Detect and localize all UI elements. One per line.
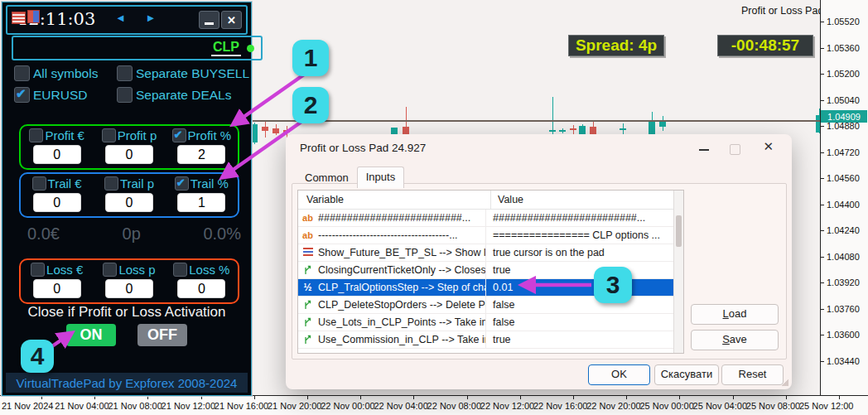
callout-3: 3 — [594, 267, 632, 303]
value-cell[interactable]: ================ CLP options ... — [486, 229, 683, 241]
loss-euro-input[interactable]: 0 — [33, 279, 81, 298]
price-tick: 1.04560 — [827, 173, 860, 183]
variable-cell: ½CLP_TralOptionsStep --> Step of chan... — [298, 279, 486, 296]
date-tick: 22 Nov 20:00 — [586, 401, 640, 411]
price-tick: 1.04240 — [827, 225, 860, 235]
callout-1: 1 — [292, 40, 329, 76]
virtualtradepad-panel: 12:11:03 ◄ ► ✕ CLP All symbols Separate … — [2, 2, 252, 396]
date-tick: 25 Nov 08:00 — [746, 401, 800, 411]
activation-label: Close if Profit or Loss Activation — [2, 304, 251, 321]
value-cell[interactable]: true cursor is on the pad — [486, 247, 683, 258]
all-symbols-checkbox[interactable] — [14, 65, 30, 81]
total-euro: 0.0€ — [27, 224, 60, 244]
separate-buysell-checkbox[interactable] — [117, 65, 133, 81]
date-tick: 22 Nov 04:00 — [374, 401, 427, 411]
reset-button[interactable]: Reset — [721, 364, 784, 385]
trail-euro-checkbox[interactable] — [32, 176, 46, 191]
input-row[interactable]: Use_Lots_in_CLP_Points --> Take into...f… — [298, 314, 683, 331]
date-tick: 21 Nov 2024 — [2, 401, 53, 411]
panel-footer: VirtualTradePad by Expforex 2008-2024 — [6, 373, 248, 393]
nav-arrows[interactable]: ◄ ► — [115, 12, 164, 24]
price-tick: 1.05360 — [827, 43, 860, 53]
trail-points-input[interactable]: 0 — [105, 193, 153, 212]
trail-percent-label: Trail % — [190, 176, 229, 191]
date-tick: 25 Nov 00:00 — [639, 401, 693, 411]
price-tick: 1.03440 — [827, 356, 860, 366]
value-cell[interactable]: false — [486, 316, 683, 328]
profit-points-label: Profit p — [118, 128, 157, 142]
value-cell[interactable]: true — [486, 334, 683, 345]
eurusd-label: EURUSD — [33, 88, 87, 103]
separate-deals-checkbox[interactable] — [117, 87, 133, 103]
trail-euro-label: Trail € — [48, 176, 82, 191]
loss-group: Loss €0 Loss p0 Loss %0 — [19, 258, 239, 304]
dialog-minimize-button[interactable] — [699, 149, 709, 151]
panel-minimize-button[interactable] — [199, 11, 219, 29]
panel-titlebar[interactable]: 12:11:03 ◄ ► ✕ — [6, 5, 248, 35]
candle-body — [659, 122, 666, 127]
profit-points-checkbox[interactable] — [102, 128, 116, 142]
loss-percent-checkbox[interactable] — [173, 263, 187, 277]
input-row[interactable]: Show_Future_BE_TP_SL --> Show line...tru… — [298, 244, 683, 262]
loss-euro-checkbox[interactable] — [31, 263, 45, 277]
save-button[interactable]: Save — [691, 330, 779, 350]
loss-points-label: Loss p — [118, 263, 155, 277]
profit-percent-checkbox[interactable] — [172, 128, 186, 142]
cancel-button[interactable]: Скасувати — [654, 364, 719, 385]
candle-body — [272, 128, 279, 133]
loss-points-checkbox[interactable] — [103, 263, 117, 277]
input-row[interactable]: Use_Commission_in_CLP --> Take into...tr… — [298, 331, 683, 349]
value-cell[interactable]: true — [486, 264, 683, 276]
profit-euro-checkbox[interactable] — [29, 128, 43, 142]
loss-points-input[interactable]: 0 — [105, 279, 153, 298]
double-type-icon: ½ — [301, 282, 314, 293]
clp-badge[interactable]: CLP — [211, 40, 241, 56]
trail-percent-checkbox[interactable] — [175, 176, 189, 191]
string-type-icon: ab — [301, 230, 314, 240]
activation-off-button[interactable]: OFF — [137, 324, 187, 346]
variable-column-header[interactable]: Variable — [298, 191, 491, 209]
variable-cell: ab--------------------------------------… — [298, 227, 486, 244]
trail-percent-input[interactable]: 1 — [177, 193, 225, 212]
loss-percent-input[interactable]: 0 — [177, 279, 225, 298]
candle-body — [251, 124, 258, 142]
dialog-close-button[interactable]: ✕ — [763, 139, 774, 154]
trail-euro-input[interactable]: 0 — [33, 193, 81, 212]
value-cell[interactable]: 0.01 — [486, 282, 683, 293]
profit-euro-input[interactable]: 0 — [33, 145, 81, 164]
scrollbar-thumb[interactable] — [676, 215, 682, 247]
symbol-field[interactable]: CLP — [12, 36, 263, 60]
load-button[interactable]: Load — [691, 304, 779, 325]
price-tick: 1.04720 — [827, 147, 860, 157]
dialog-maximize-button[interactable] — [730, 144, 740, 155]
tab-inputs[interactable]: Inputs — [357, 166, 404, 188]
variable-cell: ClosingCurrentTicketOnly --> Closes o... — [298, 262, 486, 278]
table-scrollbar[interactable] — [673, 191, 683, 353]
ok-button[interactable]: OK — [588, 364, 650, 385]
bool-type-icon — [301, 334, 314, 346]
profit-percent-input[interactable]: 2 — [177, 145, 225, 164]
callout-4: 4 — [21, 340, 54, 373]
activation-on-button[interactable]: ON — [66, 324, 116, 346]
total-percent: 0.0% — [203, 224, 241, 244]
date-tick: 21 Nov 04:00 — [55, 401, 108, 411]
candle-wick — [552, 97, 554, 134]
checkbox-row-1: All symbols Separate BUYSELL — [14, 65, 248, 81]
resize-grip[interactable] — [780, 378, 788, 386]
value-column-header[interactable]: Value — [491, 194, 683, 205]
current-price-tag: 1.04909 — [821, 110, 867, 123]
input-row[interactable]: ab#########################...##########… — [298, 210, 683, 227]
trail-points-checkbox[interactable] — [104, 176, 118, 191]
input-row[interactable]: ab--------------------------------------… — [298, 227, 683, 244]
price-tick: 1.05040 — [827, 95, 860, 105]
trail-group: Trail €0 Trail p0 Trail %1 — [19, 172, 239, 218]
profit-points-input[interactable]: 0 — [105, 145, 153, 164]
eurusd-checkbox[interactable] — [14, 87, 30, 103]
price-tick: 1.03920 — [827, 277, 860, 287]
panel-close-button[interactable]: ✕ — [221, 11, 242, 29]
checkbox-row-2: EURUSD Separate DEALs — [14, 87, 248, 103]
profit-percent-label: Profit % — [188, 128, 232, 142]
value-cell[interactable]: false — [486, 299, 683, 311]
value-cell[interactable]: #########################... — [486, 212, 683, 224]
date-tick: 25 Nov 12:00 — [799, 401, 853, 411]
